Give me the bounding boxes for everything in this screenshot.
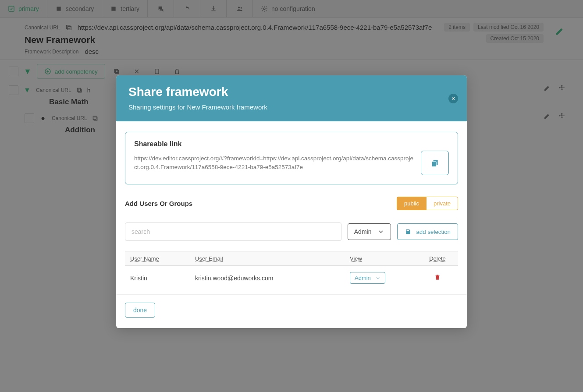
share-link-box: Shareable link https://dev.editor.casspr… — [125, 132, 458, 184]
copy-icon — [430, 159, 439, 167]
modal-header: Share framework Sharing settings for New… — [116, 75, 467, 121]
add-selection-label: add selection — [416, 229, 451, 235]
user-role-select[interactable]: Admin — [350, 272, 385, 284]
done-button[interactable]: done — [125, 303, 155, 318]
close-button[interactable] — [448, 94, 458, 103]
chevron-down-icon — [377, 228, 384, 235]
private-button[interactable]: private — [426, 197, 458, 210]
trash-icon — [434, 274, 441, 281]
modal-body: Shareable link https://dev.editor.casspr… — [116, 121, 467, 294]
svg-rect-17 — [432, 162, 436, 167]
delete-user-button[interactable] — [434, 275, 441, 282]
col-email-header: User Email — [195, 255, 350, 262]
share-link-url: https://dev.editor.cassproject.org/#?fra… — [134, 154, 415, 172]
chevron-down-icon — [375, 275, 380, 281]
user-table: User Name User Email View Delete Kristin… — [125, 251, 458, 290]
share-modal: Share framework Sharing settings for New… — [116, 75, 467, 328]
save-icon — [405, 228, 412, 235]
copy-link-button[interactable] — [421, 151, 449, 175]
user-email-cell: kristin.wood@eduworks.com — [195, 275, 350, 282]
controls-row: Admin add selection — [125, 222, 458, 241]
col-view-header: View — [350, 255, 422, 262]
role-select-value: Admin — [354, 228, 372, 235]
user-name-cell: Kristin — [130, 275, 195, 282]
table-row: Kristin kristin.wood@eduworks.com Admin — [125, 266, 458, 290]
users-header: Add Users Or Groups public private — [125, 197, 458, 210]
col-delete-header: Delete — [422, 255, 453, 262]
modal-footer: done — [116, 294, 467, 328]
col-name-header: User Name — [130, 255, 195, 262]
close-icon — [451, 96, 455, 101]
modal-subtitle: Sharing settings for New Framework frame… — [128, 103, 455, 111]
role-select[interactable]: Admin — [348, 223, 391, 240]
add-users-label: Add Users Or Groups — [125, 200, 192, 207]
share-link-label: Shareable link — [134, 140, 415, 148]
public-button[interactable]: public — [397, 197, 426, 210]
modal-title: Share framework — [128, 85, 455, 99]
modal-overlay[interactable]: Share framework Sharing settings for New… — [0, 0, 583, 392]
search-input[interactable] — [125, 222, 341, 241]
user-role-value: Admin — [355, 275, 371, 281]
table-header: User Name User Email View Delete — [125, 251, 458, 266]
visibility-toggle: public private — [397, 197, 458, 210]
add-selection-button[interactable]: add selection — [397, 223, 458, 240]
